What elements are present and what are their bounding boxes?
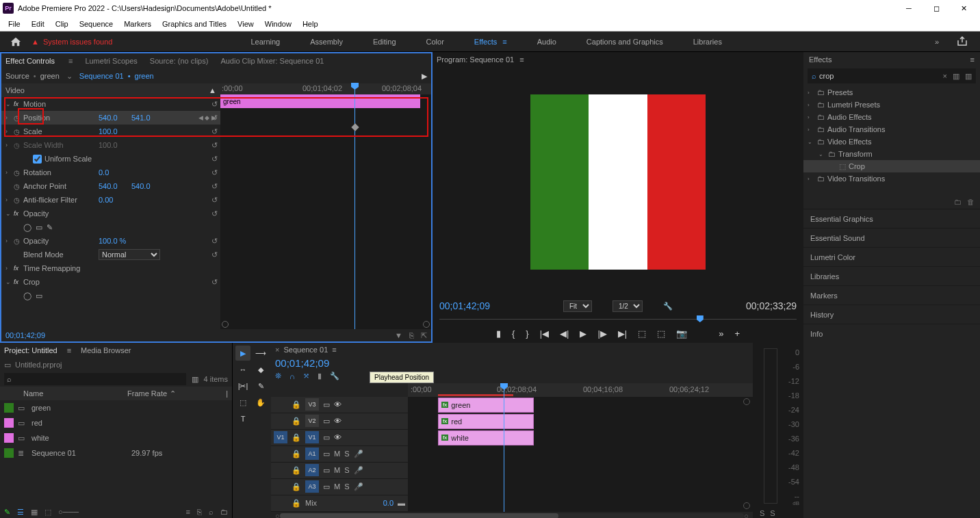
effects-node[interactable]: ›🗀Video Transitions bbox=[803, 172, 980, 185]
timeline-zoom-bar[interactable]: ○ ○ bbox=[271, 512, 753, 518]
timeline-sequence-name[interactable]: Sequence 01 bbox=[283, 346, 328, 354]
track-v2[interactable]: 🔒V2▭👁 bbox=[271, 413, 408, 430]
workspace-audio[interactable]: Audio bbox=[522, 31, 571, 52]
filter-icon[interactable]: ▼ bbox=[395, 331, 402, 340]
effects-title[interactable]: Effects bbox=[809, 55, 831, 64]
bin-icon[interactable]: ▭ bbox=[4, 361, 11, 370]
fx-opacity-row[interactable]: ⌄fx Opacity ↺ bbox=[1, 207, 220, 220]
blend-mode-select[interactable]: Normal bbox=[99, 249, 160, 260]
effects-node[interactable]: ⌄🗀Video Effects bbox=[803, 135, 980, 148]
wrench-icon[interactable]: 🔧 bbox=[663, 302, 673, 311]
mix-value[interactable]: 0.0 bbox=[383, 499, 394, 507]
track-v3[interactable]: 🔒V3▭👁 bbox=[271, 397, 408, 413]
rotation-value[interactable]: 0.0 bbox=[99, 168, 131, 177]
goto-out-icon[interactable]: ▶| bbox=[618, 328, 627, 339]
hand-tool[interactable]: ✋ bbox=[253, 395, 268, 410]
camera-icon[interactable]: 📷 bbox=[676, 328, 687, 339]
flicker-row[interactable]: ›◷ Anti-flicker Filter 0.00 ↺ bbox=[1, 193, 220, 207]
rate-tool[interactable]: ◆ bbox=[253, 362, 268, 377]
mask-tools-row[interactable]: ◯ ▭ ✎ bbox=[1, 220, 220, 234]
trash-icon[interactable]: 🗑 bbox=[967, 198, 975, 206]
ripple-tool[interactable]: ↔ bbox=[235, 362, 250, 377]
effects-search-input[interactable] bbox=[819, 72, 940, 80]
close-button[interactable]: ✕ bbox=[950, 0, 977, 16]
add-icon[interactable]: + bbox=[734, 328, 740, 339]
program-title[interactable]: Program: Sequence 01 bbox=[437, 55, 514, 64]
fx-time-remap-row[interactable]: ›fx Time Remapping bbox=[1, 261, 220, 275]
timeline-playhead[interactable] bbox=[504, 383, 504, 512]
linked-icon[interactable]: ⤱ bbox=[303, 372, 309, 380]
sort-icon[interactable]: ≡ bbox=[186, 508, 190, 516]
effect-controls-timeline[interactable]: :00;00 00;01;04;02 00;02;08;04 green bbox=[220, 83, 431, 329]
meter-icon[interactable]: ▬ bbox=[398, 499, 405, 507]
track-a2[interactable]: 🔒A2▭MS🎤 bbox=[271, 463, 408, 479]
sequence-link[interactable]: Sequence 01 bbox=[79, 72, 124, 80]
eye-icon[interactable]: 👁 bbox=[334, 400, 341, 409]
step-back-icon[interactable]: ◀| bbox=[560, 328, 569, 339]
rect-mask-icon[interactable]: ▭ bbox=[36, 223, 42, 232]
preset-icon[interactable]: ▥ bbox=[965, 72, 972, 81]
scrub-head[interactable] bbox=[697, 315, 704, 322]
reset-icon[interactable]: ↺ bbox=[211, 155, 218, 164]
list-view-icon[interactable]: ☰ bbox=[17, 508, 24, 517]
tab-project[interactable]: Project: Untitled bbox=[4, 346, 57, 354]
panel-menu-icon[interactable]: ≡ bbox=[970, 55, 975, 64]
close-tab-icon[interactable]: × bbox=[275, 346, 279, 354]
maximize-button[interactable]: ◻ bbox=[923, 0, 950, 16]
panel-essential-graphics[interactable]: Essential Graphics bbox=[803, 209, 980, 228]
panel-markers[interactable]: Markers bbox=[803, 285, 980, 305]
stopwatch-icon[interactable]: ◷ bbox=[14, 128, 23, 135]
menu-window[interactable]: Window bbox=[259, 20, 297, 28]
panel-libraries[interactable]: Libraries bbox=[803, 266, 980, 285]
icon-view-icon[interactable]: ▦ bbox=[31, 508, 38, 517]
opacity-value[interactable]: 100.0 % bbox=[99, 237, 131, 245]
pen-mask-icon[interactable]: ✎ bbox=[47, 223, 53, 232]
menu-help[interactable]: Help bbox=[297, 20, 324, 28]
panel-info[interactable]: Info bbox=[803, 324, 980, 343]
anchor-row[interactable]: ◷ Anchor Point 540.0 540.0 ↺ bbox=[1, 179, 220, 193]
position-x[interactable]: 540.0 bbox=[99, 114, 131, 122]
resolution-select[interactable]: 1/2 bbox=[612, 300, 643, 312]
timeline-timecode[interactable]: 00;01;42;09 bbox=[275, 357, 329, 369]
clear-search-icon[interactable]: × bbox=[943, 72, 947, 80]
workspace-learning[interactable]: Learning bbox=[235, 31, 295, 52]
uniform-scale-checkbox[interactable] bbox=[33, 155, 42, 164]
play-icon[interactable]: ▶ bbox=[580, 328, 586, 339]
home-icon[interactable] bbox=[10, 36, 22, 47]
fit-select[interactable]: Fit bbox=[563, 300, 592, 312]
workspace-effects[interactable]: Effects≡ bbox=[459, 31, 522, 52]
anchor-y[interactable]: 540.0 bbox=[131, 182, 164, 190]
ec-clip-bar[interactable]: green bbox=[220, 94, 420, 108]
ec-timecode[interactable]: 00;01;42;09 bbox=[5, 331, 45, 339]
extract-icon[interactable]: ⬚ bbox=[657, 328, 665, 339]
zoom-out-icon[interactable] bbox=[222, 321, 229, 328]
auto-icon[interactable]: ⎘ bbox=[197, 508, 202, 516]
reset-icon[interactable]: ↺ bbox=[211, 127, 218, 136]
magnet-icon[interactable]: ∩ bbox=[289, 372, 295, 380]
position-row[interactable]: ›◷ Position 540.0 541.0 ◀ ◆ ▶ ↺ bbox=[1, 111, 220, 125]
reset-icon[interactable]: ↺ bbox=[211, 250, 218, 259]
effects-node[interactable]: ›🗀Audio Transitions bbox=[803, 123, 980, 135]
panel-menu-icon[interactable]: ≡ bbox=[67, 346, 71, 354]
ellipse-mask-icon[interactable]: ◯ bbox=[23, 223, 31, 232]
goto-in-icon[interactable]: |◀ bbox=[540, 328, 549, 339]
pen-icon[interactable]: ✎ bbox=[4, 508, 10, 517]
clip-red[interactable]: fxred bbox=[438, 414, 534, 429]
new-bin-icon[interactable]: 🗀 bbox=[954, 198, 962, 206]
workspace-captions[interactable]: Captions and Graphics bbox=[571, 31, 678, 52]
workspace-color[interactable]: Color bbox=[411, 31, 459, 52]
fx-motion-row[interactable]: ⌄fx Motion ↺ bbox=[1, 97, 220, 111]
anchor-x[interactable]: 540.0 bbox=[99, 182, 131, 190]
workspace-editing[interactable]: Editing bbox=[358, 31, 411, 52]
effects-node[interactable]: ⌄🗀Transform bbox=[803, 148, 980, 160]
reset-icon[interactable]: ↺ bbox=[211, 209, 218, 218]
menu-graphics[interactable]: Graphics and Titles bbox=[157, 20, 232, 28]
workspace-assembly[interactable]: Assembly bbox=[295, 31, 358, 52]
project-item[interactable]: ▭green bbox=[0, 400, 232, 415]
tab-media-browser[interactable]: Media Browser bbox=[81, 346, 131, 354]
reset-icon[interactable]: ↺ bbox=[211, 168, 218, 177]
filter-icon[interactable]: ▥ bbox=[192, 375, 198, 384]
zoom-in-icon[interactable]: ○ bbox=[744, 512, 749, 518]
zoom-thumb[interactable] bbox=[280, 513, 558, 518]
find-icon[interactable]: ⌕ bbox=[209, 508, 214, 516]
